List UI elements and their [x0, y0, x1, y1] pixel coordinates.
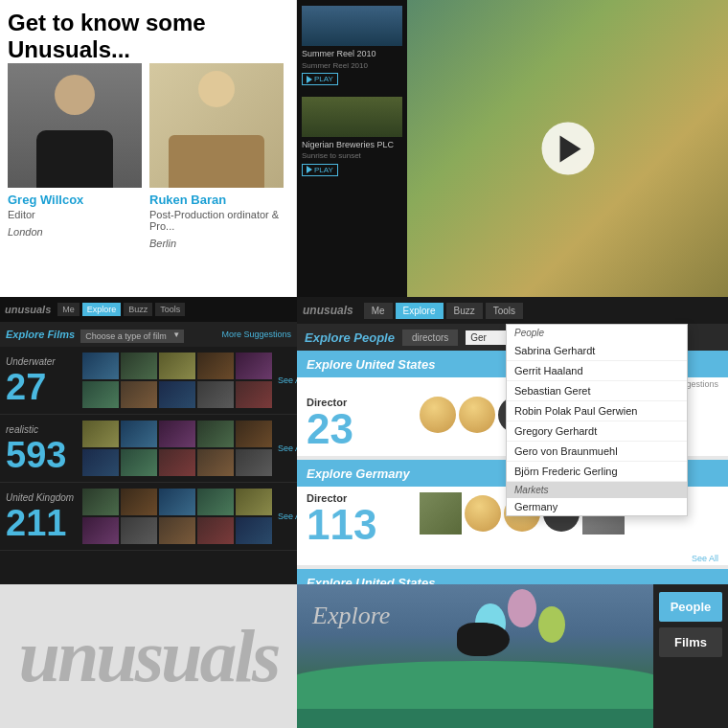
- film-cat-underwater: Underwater: [6, 356, 82, 367]
- film-thumb: [197, 449, 234, 476]
- film-thumb: [82, 489, 119, 515]
- explore-tab-directors[interactable]: directors: [402, 330, 458, 346]
- explore-nav-logo: unusuals: [303, 304, 353, 317]
- ep-nav-explore[interactable]: Explore: [396, 303, 444, 319]
- film-thumb: [121, 449, 157, 476]
- films-nav-buzz[interactable]: Buzz: [124, 303, 152, 316]
- profile-card-1[interactable]: Greg Willcox Editor London: [8, 63, 142, 249]
- profile-card-2[interactable]: Ruken Baran Post-Production ordinator & …: [149, 63, 284, 249]
- films-subtitle: Explore Films: [6, 329, 75, 340]
- play-icon-main: [559, 135, 580, 162]
- films-nav-tools[interactable]: Tools: [155, 303, 185, 316]
- dropdown-item-1[interactable]: Gerrit Haaland: [507, 361, 687, 381]
- dropdown-item-5[interactable]: Gero von Braunmuehl: [507, 442, 687, 462]
- play-triangle-icon-2: [307, 166, 312, 173]
- get-to-know-heading: Get to know some Unusuals...: [8, 10, 288, 63]
- video-title-1: Summer Reel 2010: [302, 49, 402, 60]
- explore-buttons: People Films: [653, 584, 728, 728]
- unusuals-logo: unusuals: [19, 613, 279, 699]
- profile-1-name[interactable]: Greg Willcox: [8, 193, 142, 207]
- logo-area: unusuals: [0, 584, 297, 728]
- film-thumb: [159, 517, 195, 544]
- video-subtitle-2: Sunrise to sunset: [302, 151, 402, 160]
- film-thumb: [197, 381, 234, 408]
- explore-people-panel: unusuals Me Explore Buzz Tools Explore P…: [297, 297, 728, 584]
- video-thumb-1: [302, 6, 402, 46]
- film-thumb: [197, 353, 234, 379]
- film-thumb: [121, 353, 157, 379]
- film-thumb: [236, 421, 272, 447]
- films-nav-explore[interactable]: Explore: [82, 303, 122, 316]
- films-nav-bar: unusuals Me Explore Buzz Tools: [0, 297, 297, 322]
- dropdown-item-2[interactable]: Sebastian Geret: [507, 381, 687, 401]
- film-see-all-underwater[interactable]: See All: [272, 374, 297, 387]
- film-cat-uk: United Kingdom: [6, 492, 82, 503]
- explore-us-section-2: Explore United States Everybody 163: [297, 569, 728, 584]
- film-thumbs-uk: [82, 489, 272, 544]
- film-thumb: [197, 421, 234, 447]
- explore-germany-title: Explore Germany: [307, 466, 410, 481]
- dropdown-section-markets: Markets: [507, 482, 687, 498]
- film-thumb: [159, 449, 195, 476]
- dropdown-item-4[interactable]: Gregory Gerhardt: [507, 421, 687, 442]
- play-triangle-icon: [307, 76, 312, 83]
- explore-germany-stat-num: 113: [307, 504, 412, 546]
- person-avatar: [459, 397, 495, 433]
- film-cat-realistic: realistic: [6, 424, 82, 435]
- film-thumb: [82, 449, 119, 476]
- video-thumb-2: [302, 97, 402, 137]
- explore-illustration: Explore: [297, 584, 653, 728]
- ep-nav-me[interactable]: Me: [364, 303, 393, 319]
- dropdown-item-0[interactable]: Sabrina Gerhardt: [507, 341, 687, 361]
- germany-see-all[interactable]: See All: [297, 552, 728, 565]
- film-thumb: [121, 381, 157, 408]
- film-thumbs-underwater: [82, 353, 272, 408]
- balloon-3: [538, 606, 565, 643]
- film-type-select[interactable]: Choose a type of film: [80, 330, 184, 343]
- dropdown-market-germany[interactable]: Germany: [507, 498, 687, 515]
- video-main[interactable]: [407, 0, 728, 297]
- films-nav-me[interactable]: Me: [57, 303, 80, 316]
- video-play-btn-1[interactable]: PLAY: [302, 73, 338, 85]
- ep-nav-tools[interactable]: Tools: [486, 303, 523, 319]
- film-type-select-wrap[interactable]: Choose a type of film ▼: [80, 326, 184, 343]
- film-thumb: [82, 421, 119, 447]
- explore-dropdown: People Sabrina Gerhardt Gerrit Haaland S…: [506, 324, 688, 516]
- balloon-2: [508, 589, 536, 627]
- profile-2-location: Berlin: [149, 238, 284, 249]
- film-row-uk: United Kingdom 211 See All: [0, 483, 297, 551]
- film-count-underwater: 27: [6, 369, 82, 405]
- film-count-realistic: 593: [6, 437, 82, 473]
- explore-us-1-title: Explore United States: [307, 357, 435, 372]
- explore-illustration-label: Explore: [312, 602, 390, 630]
- video-play-btn-2[interactable]: PLAY: [302, 164, 338, 176]
- profile-2-name[interactable]: Ruken Baran: [149, 193, 284, 207]
- wave-2: [297, 661, 653, 709]
- video-item-2[interactable]: Nigerian Breweries PLC Sunrise to sunset…: [302, 97, 402, 178]
- film-see-all-uk[interactable]: See All: [272, 510, 297, 523]
- films-logo: unusuals: [5, 304, 51, 315]
- film-thumb: [121, 489, 157, 515]
- play-button-main[interactable]: [541, 123, 594, 175]
- film-see-all-realistic[interactable]: See All: [272, 442, 297, 455]
- more-suggestions-link[interactable]: More Suggestions: [221, 330, 291, 339]
- film-thumb: [121, 421, 157, 447]
- film-count-uk: 211: [6, 505, 82, 541]
- explore-films-button[interactable]: Films: [659, 627, 722, 657]
- film-thumb: [121, 517, 157, 544]
- profile-1-role: Editor: [8, 209, 142, 220]
- films-panel: unusuals Me Explore Buzz Tools Explore F…: [0, 297, 297, 584]
- film-thumb: [236, 449, 272, 476]
- film-thumb: [159, 381, 195, 408]
- film-thumb: [236, 489, 272, 515]
- video-item-1[interactable]: Summer Reel 2010 Summer Reel 2010 PLAY: [302, 6, 402, 87]
- dropdown-item-6[interactable]: Björn Frederic Gerling: [507, 462, 687, 482]
- film-thumb: [159, 489, 195, 515]
- explore-people-button[interactable]: People: [659, 592, 722, 622]
- bird-shape: [457, 623, 510, 656]
- person-avatar: [420, 397, 456, 433]
- ep-nav-buzz[interactable]: Buzz: [446, 303, 483, 319]
- explore-bar-title: Explore People: [305, 330, 395, 345]
- film-thumbs-realistic: [82, 421, 272, 476]
- dropdown-item-3[interactable]: Robin Polak Paul Gerwien: [507, 401, 687, 421]
